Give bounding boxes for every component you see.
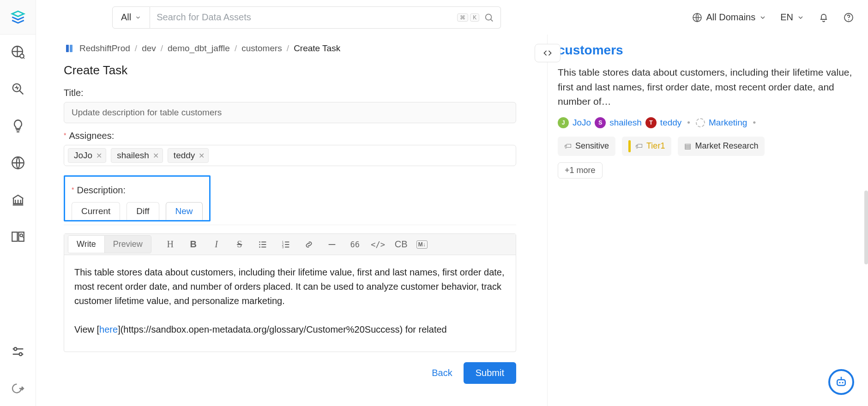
remove-chip-icon[interactable]: ✕ xyxy=(153,151,159,160)
code-button[interactable]: </> xyxy=(368,236,389,253)
quote-button[interactable]: 66 xyxy=(344,236,366,253)
insights-icon[interactable] xyxy=(10,118,26,134)
asset-description: This table stores data about customers, … xyxy=(558,65,855,109)
description-tabs: Current Diff New xyxy=(72,202,203,220)
tab-diff[interactable]: Diff xyxy=(127,202,159,220)
editor-text: View [ xyxy=(74,324,99,334)
assignees-input[interactable]: JoJo✕ shailesh✕ teddy✕ xyxy=(64,145,516,166)
more-tags-button[interactable]: +1 more xyxy=(558,162,603,179)
assignees-label: Assignees: xyxy=(69,131,114,141)
asset-tags: 🏷Sensitive 🏷Tier1 ▤Market Research xyxy=(558,137,855,156)
search-icon[interactable] xyxy=(484,12,494,23)
breadcrumb-item[interactable]: demo_dbt_jaffle xyxy=(168,43,230,54)
description-section-highlight: *Description: Current Diff New xyxy=(64,175,211,221)
italic-button[interactable]: I xyxy=(206,236,227,253)
breadcrumb-item[interactable]: customers xyxy=(241,43,282,54)
link-button[interactable] xyxy=(298,236,319,253)
book-icon: ▤ xyxy=(684,142,691,150)
ulist-button[interactable] xyxy=(252,236,273,253)
editor-toolbar: Write Preview H B I S 123 66 </> CB M↓ xyxy=(64,234,516,255)
domain-link[interactable]: Marketing xyxy=(709,118,747,128)
language-dropdown[interactable]: EN xyxy=(780,12,804,23)
search-input[interactable] xyxy=(157,12,452,23)
svg-rect-13 xyxy=(70,45,72,52)
avatar: S xyxy=(595,117,606,128)
svg-point-16 xyxy=(259,246,260,248)
owner-link[interactable]: teddy xyxy=(660,118,681,128)
svg-rect-12 xyxy=(66,45,69,52)
remove-chip-icon[interactable]: ✕ xyxy=(199,151,205,160)
editor-line: This table stores data about customers, … xyxy=(74,265,506,308)
tier-bar-icon xyxy=(628,140,631,152)
govern-icon[interactable] xyxy=(10,191,26,208)
language-label: EN xyxy=(780,12,793,23)
tag-label: Sensitive xyxy=(575,141,609,151)
submit-button[interactable]: Submit xyxy=(464,362,516,384)
markdown-editor: Write Preview H B I S 123 66 </> CB M↓ T… xyxy=(64,233,516,352)
asset-title[interactable]: customers xyxy=(558,43,855,58)
app-logo[interactable] xyxy=(0,0,36,35)
editor-line: View [here](https://sandbox.open-metadat… xyxy=(74,322,506,337)
description-label: Description: xyxy=(77,185,126,196)
database-icon xyxy=(64,43,75,54)
editor-text: ](https://sandbox.open-metadata.org/glos… xyxy=(118,324,447,334)
left-nav xyxy=(0,35,36,406)
global-search[interactable]: ⌘ K xyxy=(150,6,501,29)
tab-current[interactable]: Current xyxy=(72,202,120,220)
logo-icon xyxy=(10,9,26,25)
assignee-chip: shailesh✕ xyxy=(111,148,163,163)
owner-link[interactable]: shailesh xyxy=(609,118,642,128)
svg-point-14 xyxy=(259,241,260,243)
owner-link[interactable]: JoJo xyxy=(573,118,591,128)
svg-point-22 xyxy=(842,382,844,383)
main-content: RedshiftProd/ dev/ demo_dbt_jaffle/ cust… xyxy=(36,35,547,406)
svg-point-3 xyxy=(848,19,849,20)
domains-dropdown[interactable]: All Domains xyxy=(692,12,767,23)
breadcrumb-current: Create Task xyxy=(294,43,340,54)
domain-placeholder-icon xyxy=(696,118,705,127)
explore-icon[interactable] xyxy=(10,44,26,60)
codeblock-button[interactable]: CB xyxy=(391,236,412,253)
notifications-icon[interactable] xyxy=(818,12,829,23)
olist-button[interactable]: 123 xyxy=(275,236,296,253)
data-quality-icon[interactable] xyxy=(10,81,26,97)
separator-dot: • xyxy=(685,118,692,128)
back-button[interactable]: Back xyxy=(432,368,452,378)
editor-textarea[interactable]: This table stores data about customers, … xyxy=(64,255,516,352)
globe-icon xyxy=(692,12,703,23)
tag-market-research[interactable]: ▤Market Research xyxy=(678,137,765,156)
tag-tier[interactable]: 🏷Tier1 xyxy=(622,137,671,156)
help-icon[interactable] xyxy=(843,12,854,23)
logout-icon[interactable] xyxy=(10,380,26,397)
domains-nav-icon[interactable] xyxy=(10,155,26,171)
settings-sliders-icon[interactable] xyxy=(10,343,26,360)
tag-icon: 🏷 xyxy=(635,142,643,150)
glossary-icon[interactable] xyxy=(10,228,26,245)
tab-new[interactable]: New xyxy=(166,202,203,220)
remove-chip-icon[interactable]: ✕ xyxy=(96,151,102,160)
bold-button[interactable]: B xyxy=(183,236,204,253)
asset-owners: JJoJo Sshailesh Tteddy • Marketing • xyxy=(558,117,855,128)
chat-assistant-button[interactable] xyxy=(828,369,854,395)
top-bar: All ⌘ K All Domains EN xyxy=(0,0,868,35)
kbd-cmd: ⌘ xyxy=(457,13,468,22)
scrollbar[interactable] xyxy=(864,35,868,406)
assignee-chip-label: shailesh xyxy=(117,150,149,161)
search-filter-dropdown[interactable]: All xyxy=(112,6,150,29)
strike-button[interactable]: S xyxy=(229,236,250,253)
heading-button[interactable]: H xyxy=(160,236,181,253)
code-icon xyxy=(543,48,552,58)
svg-point-15 xyxy=(259,244,260,245)
breadcrumb-item[interactable]: dev xyxy=(142,43,156,54)
svg-point-8 xyxy=(20,234,23,237)
editor-tab-preview[interactable]: Preview xyxy=(104,236,151,253)
breadcrumb-item[interactable]: RedshiftProd xyxy=(79,43,130,54)
svg-rect-20 xyxy=(837,380,845,386)
title-input[interactable] xyxy=(64,102,516,123)
editor-tab-write[interactable]: Write xyxy=(68,236,104,253)
hr-button[interactable] xyxy=(321,236,343,253)
panel-collapse-handle[interactable] xyxy=(535,44,561,62)
tag-sensitive[interactable]: 🏷Sensitive xyxy=(558,137,615,156)
assignee-chip-label: teddy xyxy=(174,150,195,161)
editor-link[interactable]: here xyxy=(99,324,118,334)
